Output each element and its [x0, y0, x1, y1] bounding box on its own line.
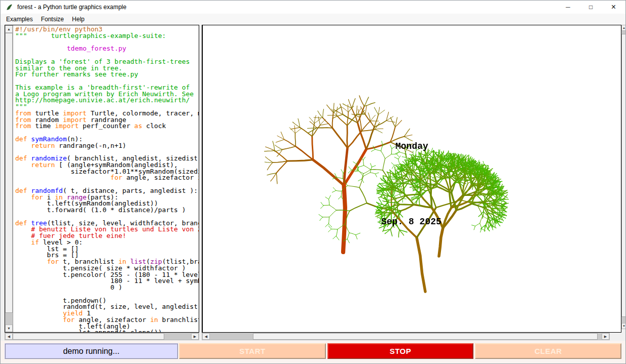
code-line: from time import perf_counter as clock	[15, 123, 199, 130]
canvas-vertical-scrollbar[interactable]: ▲ ▼	[621, 25, 626, 329]
menu-bar: Examples Fontsize Help	[1, 14, 625, 25]
turtle-canvas-inner: MondaySep. 8 2025	[203, 25, 621, 332]
editor-vscroll-thumb[interactable]	[5, 33, 13, 313]
turtle-canvas-panel: MondaySep. 8 2025	[202, 25, 621, 333]
canvas-hscroll-track[interactable]	[210, 333, 602, 340]
editor-hscroll-thumb[interactable]	[13, 333, 164, 340]
code-editor-panel: ▲ ▼ #!/usr/bin/env python3""" turtlegrap…	[5, 25, 199, 333]
editor-horizontal-scrollbar[interactable]: ◀ ▶	[5, 333, 199, 340]
editor-vscroll-track[interactable]	[5, 33, 13, 325]
editor-hscroll-track[interactable]	[13, 333, 191, 340]
canvas-horizontal-scrollbar[interactable]: ◀ ▶	[202, 333, 610, 340]
status-label: demo running...	[5, 343, 178, 359]
canvas-scroll-right-icon[interactable]: ▶	[602, 333, 609, 340]
menu-examples[interactable]: Examples	[2, 14, 37, 24]
canvas-text-label: Sep. 8 2025	[381, 217, 441, 227]
canvas-scroll-left-icon[interactable]: ◀	[202, 333, 210, 340]
app-icon	[6, 4, 13, 11]
scroll-right-icon[interactable]: ▶	[191, 333, 199, 340]
start-button[interactable]: START	[179, 343, 326, 359]
menu-fontsize[interactable]: Fontsize	[37, 14, 68, 24]
turtle-canvas	[203, 25, 620, 331]
canvas-vscroll-thumb[interactable]	[621, 34, 626, 317]
code-line: for angle, sizefactor in branchlist ]	[15, 175, 199, 181]
window-title: forest - a Python turtle graphics exampl…	[17, 4, 126, 11]
stop-button[interactable]: STOP	[327, 343, 473, 359]
bottom-bar: demo running... START STOP CLEAR	[1, 341, 626, 364]
code-line: """ turtlegraphics-example-suite:	[15, 33, 199, 39]
code-line: lst.append(t.clone())	[15, 330, 199, 332]
menu-help[interactable]: Help	[68, 14, 89, 24]
window-controls: ─ □ ×	[557, 1, 625, 14]
code-text[interactable]: #!/usr/bin/env python3""" turtlegraphics…	[13, 25, 199, 332]
minimize-button[interactable]: ─	[557, 1, 579, 14]
canvas-hscroll-thumb[interactable]	[253, 333, 598, 340]
code-line: http://homepage.univie.ac.at/erich.neuwi…	[15, 97, 199, 104]
scroll-up-icon[interactable]: ▲	[5, 25, 13, 33]
close-button[interactable]: ×	[602, 1, 625, 14]
maximize-button[interactable]: □	[579, 1, 602, 14]
clear-button[interactable]: CLEAR	[475, 343, 621, 359]
code-line: 0 )	[15, 285, 199, 291]
editor-vertical-scrollbar[interactable]: ▲ ▼	[5, 25, 13, 332]
canvas-scroll-up-icon[interactable]: ▲	[621, 25, 626, 31]
code-line: t.forward( (1.0 * distance)/parts )	[15, 207, 199, 214]
canvas-text-label: Monday	[395, 141, 428, 151]
code-line: For further remarks see tree.py	[15, 71, 199, 78]
canvas-vscroll-track[interactable]	[621, 31, 626, 323]
scroll-left-icon[interactable]: ◀	[5, 333, 13, 340]
code-line: tdemo_forest.py	[15, 46, 199, 52]
canvas-scroll-down-icon[interactable]: ▼	[621, 323, 626, 329]
scroll-down-icon[interactable]: ▼	[5, 325, 13, 332]
code-line: return randrange(-n,n+1)	[15, 143, 199, 149]
title-bar: forest - a Python turtle graphics exampl…	[1, 1, 625, 14]
